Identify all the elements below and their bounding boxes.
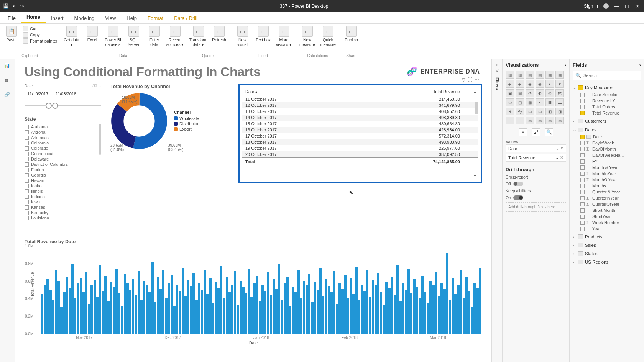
bar[interactable] — [60, 307, 62, 334]
bar[interactable] — [317, 290, 319, 334]
ribbon-button[interactable]: ▭Excel — [83, 25, 102, 42]
table-row[interactable]: 19 October 2017225,977.60 — [242, 145, 478, 151]
tab-modeling[interactable]: Modeling — [69, 13, 100, 23]
ribbon-button[interactable]: ▭New visual — [233, 25, 252, 47]
bar[interactable] — [124, 274, 126, 334]
bar[interactable] — [410, 293, 412, 334]
close-icon[interactable]: ✕ — [636, 3, 641, 9]
search-input[interactable] — [583, 73, 638, 78]
viz-type-icon[interactable]: ◈ — [516, 80, 524, 88]
bar[interactable] — [267, 272, 269, 334]
bar[interactable] — [330, 292, 333, 334]
bar[interactable] — [240, 281, 242, 334]
collapse-viz-icon[interactable]: › — [565, 62, 566, 68]
bar[interactable] — [113, 287, 115, 334]
bar[interactable] — [148, 292, 151, 334]
bar[interactable] — [352, 294, 355, 334]
bar[interactable] — [281, 300, 283, 334]
bar[interactable] — [77, 283, 79, 334]
viz-type-icon[interactable]: ▭ — [506, 98, 514, 106]
viz-type-icon[interactable]: ▪ — [536, 98, 544, 106]
table-header-date[interactable]: Date ▴ — [245, 89, 299, 94]
copy-button[interactable]: Copy — [23, 32, 58, 38]
table-row[interactable]: 13 October 2017408,552.60 — [242, 108, 478, 115]
state-item[interactable]: Delaware — [25, 156, 101, 162]
field-item[interactable]: ΣMonthInYear — [573, 170, 641, 177]
focus-icon[interactable]: ⛶ — [468, 77, 472, 82]
field-item[interactable]: FY — [573, 158, 641, 164]
tab-home[interactable]: Home — [21, 12, 46, 23]
bar[interactable] — [187, 280, 189, 334]
viz-type-icon[interactable]: ▭ — [555, 117, 564, 124]
bar[interactable] — [402, 283, 404, 334]
bar[interactable] — [405, 290, 407, 334]
bar[interactable] — [154, 302, 156, 334]
bar[interactable] — [319, 268, 322, 334]
bar[interactable] — [253, 283, 255, 334]
bar[interactable] — [206, 294, 209, 334]
field-item[interactable]: ΣMonthOfYear — [573, 177, 641, 183]
bar[interactable] — [58, 281, 60, 334]
bar[interactable] — [143, 281, 145, 334]
bar[interactable] — [102, 291, 104, 334]
bar[interactable] — [308, 274, 310, 334]
bar[interactable] — [429, 281, 432, 334]
minimize-icon[interactable]: — — [614, 3, 619, 9]
cross-report-toggle[interactable] — [513, 182, 523, 186]
model-view-icon[interactable]: 🔗 — [4, 92, 11, 99]
bar[interactable] — [140, 300, 143, 334]
table-row[interactable]: 15 October 2017480,684.80 — [242, 121, 478, 127]
bar[interactable] — [55, 270, 57, 334]
save-icon[interactable]: 💾 — [3, 3, 9, 9]
bar[interactable] — [85, 272, 87, 334]
viz-type-icon[interactable]: ▭ — [526, 117, 534, 124]
bar[interactable] — [63, 292, 66, 334]
field-item[interactable]: ΣDayInWeek — [573, 140, 641, 146]
filters-pane-collapsed[interactable]: ‹ ▽ Filters — [491, 59, 502, 362]
field-item[interactable]: Date — [573, 134, 641, 140]
viz-type-icon[interactable]: ▭ — [526, 108, 534, 115]
bar[interactable] — [171, 275, 173, 334]
viz-type-icon[interactable]: ▦ — [526, 98, 534, 106]
table-header[interactable]: ⌄Key Measures — [573, 84, 641, 92]
ribbon-button[interactable]: ▭SQL Server — [125, 25, 143, 47]
bar[interactable] — [361, 285, 363, 334]
state-item[interactable]: Louisiana — [25, 215, 101, 221]
bar[interactable] — [311, 302, 313, 334]
viz-type-icon[interactable]: ◉ — [536, 80, 544, 88]
field-item[interactable]: ΣQuarterOfYear — [573, 201, 641, 207]
bar[interactable] — [88, 304, 90, 334]
ribbon-button[interactable]: ▭Publish — [342, 25, 361, 42]
tab-file[interactable]: File — [2, 13, 21, 23]
viz-type-icon[interactable] — [516, 117, 524, 124]
state-item[interactable]: California — [25, 140, 101, 146]
bar[interactable] — [391, 277, 393, 334]
bar[interactable] — [421, 276, 424, 334]
bar[interactable] — [168, 283, 170, 334]
bar[interactable] — [115, 269, 118, 334]
bar[interactable] — [41, 294, 43, 334]
table-header[interactable]: ›Products — [573, 233, 641, 240]
paste-button[interactable]: 📋Paste — [2, 25, 21, 42]
ribbon-button[interactable]: ▭Quick measure — [319, 25, 337, 47]
fields-tab-icon[interactable]: ≡ — [519, 128, 527, 136]
bar[interactable] — [457, 285, 459, 334]
undo-icon[interactable]: ↶ — [13, 3, 16, 9]
field-item[interactable]: Year — [573, 226, 641, 232]
bar[interactable] — [173, 306, 176, 334]
bar[interactable] — [383, 305, 385, 334]
filter-icon[interactable]: ▽ — [462, 77, 465, 82]
table-row[interactable]: 11 October 2017214,460.30 — [242, 96, 478, 102]
table-header[interactable]: ›Sales — [573, 242, 641, 249]
bar[interactable] — [245, 293, 247, 334]
bar[interactable] — [416, 287, 418, 334]
bar[interactable] — [289, 306, 291, 334]
state-item[interactable]: Florida — [25, 167, 101, 172]
bar[interactable] — [350, 278, 352, 334]
ribbon-button[interactable]: ▭More visuals ▾ — [275, 25, 293, 47]
bar[interactable] — [46, 279, 49, 334]
bar[interactable] — [407, 269, 410, 334]
bar[interactable] — [306, 285, 308, 334]
bar[interactable] — [256, 276, 258, 334]
fields-search[interactable]: 🔍 — [573, 71, 641, 80]
